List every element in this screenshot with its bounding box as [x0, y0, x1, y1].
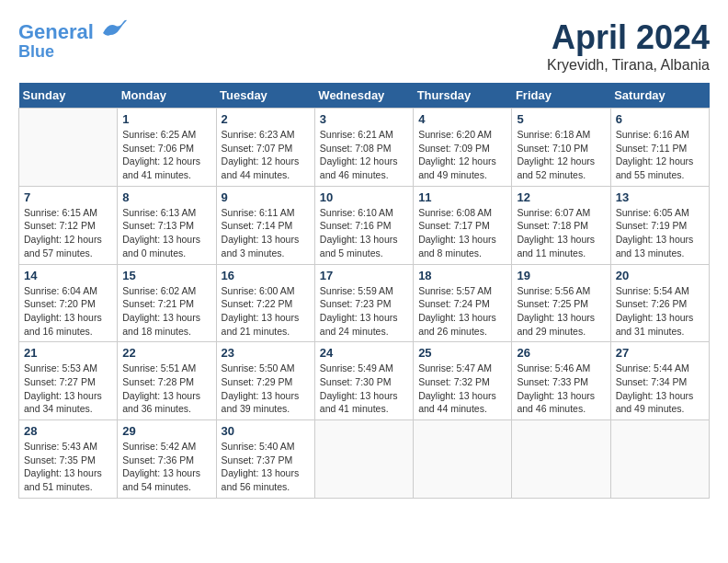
day-cell: 21Sunrise: 5:53 AMSunset: 7:27 PMDayligh…	[19, 342, 118, 420]
day-info: Sunrise: 6:16 AMSunset: 7:11 PMDaylight:…	[616, 128, 704, 182]
day-cell: 18Sunrise: 5:57 AMSunset: 7:24 PMDayligh…	[414, 264, 512, 342]
day-cell: 30Sunrise: 5:40 AMSunset: 7:37 PMDayligh…	[216, 420, 314, 499]
day-number: 30	[222, 424, 310, 438]
day-cell: 14Sunrise: 6:04 AMSunset: 7:20 PMDayligh…	[19, 264, 118, 342]
day-info: Sunrise: 5:53 AMSunset: 7:27 PMDaylight:…	[24, 362, 112, 416]
day-info: Sunrise: 6:13 AMSunset: 7:13 PMDaylight:…	[122, 206, 210, 260]
day-number: 11	[418, 190, 506, 204]
day-cell: 16Sunrise: 6:00 AMSunset: 7:22 PMDayligh…	[216, 264, 314, 342]
day-info: Sunrise: 5:54 AMSunset: 7:26 PMDaylight:…	[616, 284, 704, 339]
day-cell	[512, 420, 610, 499]
logo-text: General	[18, 18, 127, 43]
day-number: 20	[616, 269, 704, 282]
header: General Blue April 2024 Kryevidh, Tirana…	[18, 18, 710, 74]
day-cell: 8Sunrise: 6:13 AMSunset: 7:13 PMDaylight…	[118, 186, 216, 264]
day-info: Sunrise: 6:23 AMSunset: 7:07 PMDaylight:…	[222, 128, 310, 182]
week-row-4: 21Sunrise: 5:53 AMSunset: 7:27 PMDayligh…	[19, 342, 710, 420]
day-cell: 28Sunrise: 5:43 AMSunset: 7:35 PMDayligh…	[19, 420, 118, 499]
day-number: 13	[616, 190, 704, 204]
day-info: Sunrise: 6:07 AMSunset: 7:18 PMDaylight:…	[517, 206, 605, 260]
day-info: Sunrise: 6:18 AMSunset: 7:10 PMDaylight:…	[517, 128, 605, 182]
day-info: Sunrise: 5:44 AMSunset: 7:34 PMDaylight:…	[616, 362, 704, 416]
week-row-2: 7Sunrise: 6:15 AMSunset: 7:12 PMDaylight…	[19, 186, 710, 264]
day-number: 2	[222, 112, 310, 126]
day-info: Sunrise: 6:11 AMSunset: 7:14 PMDaylight:…	[222, 206, 310, 260]
day-info: Sunrise: 5:57 AMSunset: 7:24 PMDaylight:…	[418, 284, 506, 339]
day-cell: 15Sunrise: 6:02 AMSunset: 7:21 PMDayligh…	[118, 264, 216, 342]
day-info: Sunrise: 6:25 AMSunset: 7:06 PMDaylight:…	[122, 128, 210, 182]
day-cell: 24Sunrise: 5:49 AMSunset: 7:30 PMDayligh…	[314, 342, 413, 420]
day-info: Sunrise: 5:49 AMSunset: 7:30 PMDaylight:…	[320, 362, 408, 416]
day-number: 26	[517, 346, 605, 360]
day-number: 23	[222, 346, 310, 360]
weekday-header-tuesday: Tuesday	[216, 83, 314, 109]
day-number: 7	[24, 190, 112, 204]
month-title: April 2024	[547, 18, 710, 57]
day-number: 8	[122, 190, 210, 204]
day-number: 1	[122, 112, 210, 126]
day-cell: 22Sunrise: 5:51 AMSunset: 7:28 PMDayligh…	[118, 342, 216, 420]
day-cell: 29Sunrise: 5:42 AMSunset: 7:36 PMDayligh…	[118, 420, 216, 499]
day-cell: 3Sunrise: 6:21 AMSunset: 7:08 PMDaylight…	[314, 109, 413, 187]
day-cell: 26Sunrise: 5:46 AMSunset: 7:33 PMDayligh…	[512, 342, 610, 420]
day-cell	[414, 420, 512, 499]
day-cell: 27Sunrise: 5:44 AMSunset: 7:34 PMDayligh…	[610, 342, 709, 420]
day-cell: 12Sunrise: 6:07 AMSunset: 7:18 PMDayligh…	[512, 186, 610, 264]
day-info: Sunrise: 6:20 AMSunset: 7:09 PMDaylight:…	[418, 128, 506, 182]
logo-bird-icon	[101, 18, 127, 39]
weekday-header-wednesday: Wednesday	[314, 83, 413, 109]
day-number: 14	[24, 269, 112, 282]
day-number: 29	[122, 424, 210, 438]
day-cell: 11Sunrise: 6:08 AMSunset: 7:17 PMDayligh…	[414, 186, 512, 264]
weekday-header-thursday: Thursday	[414, 83, 512, 109]
day-info: Sunrise: 6:15 AMSunset: 7:12 PMDaylight:…	[24, 206, 112, 260]
logo-blue: Blue	[18, 43, 127, 62]
day-info: Sunrise: 5:46 AMSunset: 7:33 PMDaylight:…	[517, 362, 605, 416]
day-number: 28	[24, 424, 112, 438]
day-number: 5	[517, 112, 605, 126]
day-info: Sunrise: 6:05 AMSunset: 7:19 PMDaylight:…	[616, 206, 704, 260]
day-info: Sunrise: 5:59 AMSunset: 7:23 PMDaylight:…	[320, 284, 408, 339]
week-row-1: 1Sunrise: 6:25 AMSunset: 7:06 PMDaylight…	[19, 109, 710, 187]
day-info: Sunrise: 6:21 AMSunset: 7:08 PMDaylight:…	[320, 128, 408, 182]
logo-general: General	[18, 20, 94, 43]
day-info: Sunrise: 5:47 AMSunset: 7:32 PMDaylight:…	[418, 362, 506, 416]
calendar-body: 1Sunrise: 6:25 AMSunset: 7:06 PMDaylight…	[19, 109, 710, 499]
day-number: 24	[320, 346, 408, 360]
calendar-header: SundayMondayTuesdayWednesdayThursdayFrid…	[19, 83, 710, 109]
week-row-3: 14Sunrise: 6:04 AMSunset: 7:20 PMDayligh…	[19, 264, 710, 342]
day-number: 3	[320, 112, 408, 126]
day-info: Sunrise: 6:04 AMSunset: 7:20 PMDaylight:…	[24, 284, 112, 339]
day-info: Sunrise: 6:08 AMSunset: 7:17 PMDaylight:…	[418, 206, 506, 260]
week-row-5: 28Sunrise: 5:43 AMSunset: 7:35 PMDayligh…	[19, 420, 710, 499]
day-cell: 19Sunrise: 5:56 AMSunset: 7:25 PMDayligh…	[512, 264, 610, 342]
day-number: 6	[616, 112, 704, 126]
weekday-row: SundayMondayTuesdayWednesdayThursdayFrid…	[19, 83, 710, 109]
day-cell: 1Sunrise: 6:25 AMSunset: 7:06 PMDaylight…	[118, 109, 216, 187]
day-cell: 17Sunrise: 5:59 AMSunset: 7:23 PMDayligh…	[314, 264, 413, 342]
day-info: Sunrise: 5:56 AMSunset: 7:25 PMDaylight:…	[517, 284, 605, 339]
day-number: 9	[222, 190, 310, 204]
day-cell: 13Sunrise: 6:05 AMSunset: 7:19 PMDayligh…	[610, 186, 709, 264]
day-info: Sunrise: 5:51 AMSunset: 7:28 PMDaylight:…	[122, 362, 210, 416]
day-number: 27	[616, 346, 704, 360]
day-cell	[610, 420, 709, 499]
day-info: Sunrise: 6:10 AMSunset: 7:16 PMDaylight:…	[320, 206, 408, 260]
day-cell: 25Sunrise: 5:47 AMSunset: 7:32 PMDayligh…	[414, 342, 512, 420]
day-info: Sunrise: 6:02 AMSunset: 7:21 PMDaylight:…	[122, 284, 210, 339]
day-info: Sunrise: 6:00 AMSunset: 7:22 PMDaylight:…	[222, 284, 310, 339]
day-number: 17	[320, 269, 408, 282]
day-cell: 2Sunrise: 6:23 AMSunset: 7:07 PMDaylight…	[216, 109, 314, 187]
weekday-header-monday: Monday	[118, 83, 216, 109]
calendar-table: SundayMondayTuesdayWednesdayThursdayFrid…	[18, 83, 710, 499]
weekday-header-sunday: Sunday	[19, 83, 118, 109]
day-number: 16	[222, 269, 310, 282]
day-number: 15	[122, 269, 210, 282]
day-number: 12	[517, 190, 605, 204]
day-cell	[314, 420, 413, 499]
day-number: 21	[24, 346, 112, 360]
day-info: Sunrise: 5:42 AMSunset: 7:36 PMDaylight:…	[122, 440, 210, 494]
day-number: 19	[517, 269, 605, 282]
day-cell: 5Sunrise: 6:18 AMSunset: 7:10 PMDaylight…	[512, 109, 610, 187]
day-info: Sunrise: 5:50 AMSunset: 7:29 PMDaylight:…	[222, 362, 310, 416]
